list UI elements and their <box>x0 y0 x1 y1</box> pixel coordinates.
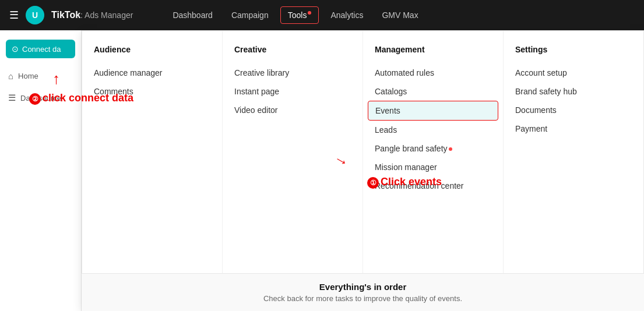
brand-subtitle: : Ads Manager <box>80 10 133 20</box>
nav-gmvmax[interactable]: GMV Max <box>375 7 425 23</box>
catalogs-item[interactable]: Catalogs <box>375 82 491 101</box>
sidebar: Connect da ⌂ Home ☰ Data source <box>0 30 82 311</box>
pangle-brand-safety-item[interactable]: Pangle brand safety <box>375 139 491 158</box>
brand-safety-hub-item[interactable]: Brand safety hub <box>515 82 632 101</box>
leads-item[interactable]: Leads <box>375 121 491 139</box>
page-body: Connect da ⌂ Home ☰ Data source Audience… <box>0 30 644 311</box>
audience-manager-item[interactable]: Audience manager <box>94 63 210 82</box>
audience-header: Audience <box>94 45 210 54</box>
list-icon: ☰ <box>8 93 16 103</box>
documents-item[interactable]: Documents <box>515 101 632 119</box>
top-navigation: ☰ U TikTok: Ads Manager Dashboard Campai… <box>0 0 644 30</box>
nav-links: Dashboard Campaign Tools Analytics GMV M… <box>166 6 425 24</box>
nav-dashboard[interactable]: Dashboard <box>166 7 220 23</box>
instant-page-item[interactable]: Instant page <box>234 82 351 101</box>
pangle-dot <box>449 147 452 151</box>
settings-header: Settings <box>515 45 632 54</box>
sidebar-item-label-datasource: Data source <box>20 94 61 103</box>
recommendation-center-item[interactable]: Recommendation center <box>375 176 491 195</box>
management-column: Management Automated rules Catalogs Even… <box>363 31 504 309</box>
tools-dot <box>308 11 311 15</box>
nav-analytics[interactable]: Analytics <box>323 7 370 23</box>
bottom-panel-desc: Check back for more tasks to improve the… <box>93 294 632 303</box>
account-setup-item[interactable]: Account setup <box>515 63 632 82</box>
hamburger-icon[interactable]: ☰ <box>9 9 19 22</box>
sidebar-item-datasource[interactable]: ☰ Data source <box>0 88 81 108</box>
nav-brand-area: ☰ U TikTok: Ads Manager <box>9 6 133 24</box>
tools-dropdown-menu: Audience Audience manager Comments Creat… <box>82 30 644 310</box>
video-editor-item[interactable]: Video editor <box>234 101 351 119</box>
audience-column: Audience Audience manager Comments <box>82 31 223 309</box>
bottom-panel: Everything's in order Check back for mor… <box>82 273 644 311</box>
connect-data-button[interactable]: Connect da <box>6 40 75 58</box>
settings-column: Settings Account setup Brand safety hub … <box>504 31 643 309</box>
sidebar-item-label-home: Home <box>18 72 38 80</box>
mission-manager-item[interactable]: Mission manager <box>375 158 491 176</box>
management-header: Management <box>375 45 491 54</box>
automated-rules-item[interactable]: Automated rules <box>375 63 491 82</box>
creative-column: Creative Creative library Instant page V… <box>223 31 363 309</box>
sidebar-item-home[interactable]: ⌂ Home <box>0 66 81 86</box>
creative-library-item[interactable]: Creative library <box>234 63 351 82</box>
nav-campaign[interactable]: Campaign <box>224 7 276 23</box>
events-item[interactable]: Events <box>368 101 498 121</box>
avatar: U <box>26 6 44 24</box>
payment-item[interactable]: Payment <box>515 119 632 138</box>
nav-tools[interactable]: Tools <box>280 6 319 24</box>
home-icon: ⌂ <box>8 71 13 81</box>
brand-name: TikTok: Ads Manager <box>51 10 133 20</box>
creative-header: Creative <box>234 45 351 54</box>
comments-item[interactable]: Comments <box>94 82 210 101</box>
bottom-panel-title: Everything's in order <box>93 282 632 292</box>
